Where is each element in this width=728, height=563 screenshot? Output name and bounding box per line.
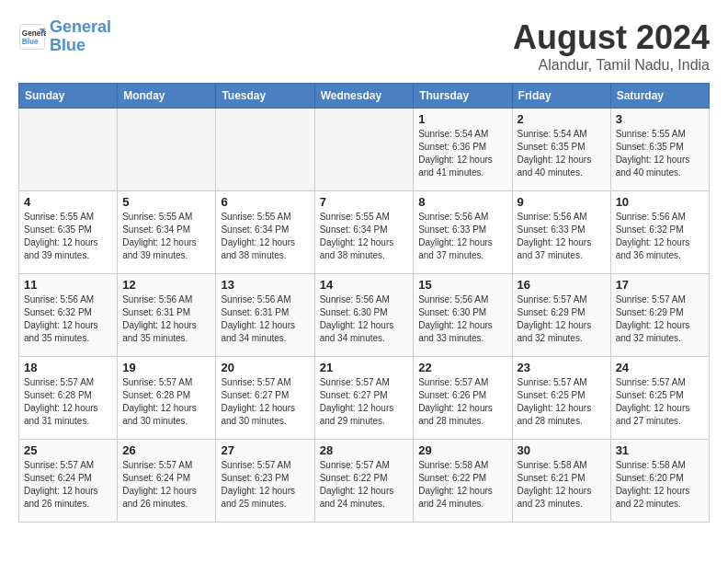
logo: General Blue General Blue [18,18,111,55]
calendar-cell: 13Sunrise: 5:56 AM Sunset: 6:31 PM Dayli… [216,274,314,357]
day-info: Sunrise: 5:57 AM Sunset: 6:24 PM Dayligh… [24,459,112,511]
day-number: 16 [518,278,606,292]
calendar-cell: 11Sunrise: 5:56 AM Sunset: 6:32 PM Dayli… [19,274,118,357]
weekday-header-tuesday: Tuesday [216,84,314,109]
day-number: 11 [24,278,112,292]
calendar-cell: 24Sunrise: 5:57 AM Sunset: 6:25 PM Dayli… [610,357,709,440]
svg-text:Blue: Blue [22,37,39,45]
weekday-header-wednesday: Wednesday [314,84,414,109]
calendar-cell: 25Sunrise: 5:57 AM Sunset: 6:24 PM Dayli… [19,440,118,523]
day-number: 8 [418,195,506,209]
day-number: 26 [122,443,210,457]
calendar-cell: 10Sunrise: 5:56 AM Sunset: 6:32 PM Dayli… [610,191,709,274]
logo-general: General [50,17,111,36]
day-info: Sunrise: 5:57 AM Sunset: 6:25 PM Dayligh… [518,376,606,428]
calendar-week-5: 25Sunrise: 5:57 AM Sunset: 6:24 PM Dayli… [19,440,710,523]
calendar-cell: 30Sunrise: 5:58 AM Sunset: 6:21 PM Dayli… [512,440,610,523]
day-number: 12 [122,278,210,292]
calendar-cell: 19Sunrise: 5:57 AM Sunset: 6:28 PM Dayli… [118,357,216,440]
day-number: 1 [418,112,506,126]
day-number: 27 [221,443,309,457]
day-info: Sunrise: 5:57 AM Sunset: 6:23 PM Dayligh… [221,459,309,511]
weekday-header-sunday: Sunday [19,84,118,109]
weekday-header-thursday: Thursday [414,84,512,109]
day-number: 2 [518,112,606,126]
day-info: Sunrise: 5:56 AM Sunset: 6:30 PM Dayligh… [418,293,506,345]
calendar-header-row: SundayMondayTuesdayWednesdayThursdayFrid… [19,84,710,109]
day-info: Sunrise: 5:57 AM Sunset: 6:28 PM Dayligh… [122,376,210,428]
day-info: Sunrise: 5:58 AM Sunset: 6:22 PM Dayligh… [418,459,506,511]
day-number: 23 [518,361,606,374]
day-info: Sunrise: 5:55 AM Sunset: 6:34 PM Dayligh… [221,211,309,262]
day-number: 9 [518,195,606,209]
month-year: August 2024 [513,18,710,57]
calendar-cell: 18Sunrise: 5:57 AM Sunset: 6:28 PM Dayli… [19,357,118,440]
day-number: 31 [616,443,704,457]
day-info: Sunrise: 5:55 AM Sunset: 6:34 PM Dayligh… [320,211,409,262]
calendar-cell: 15Sunrise: 5:56 AM Sunset: 6:30 PM Dayli… [414,274,512,357]
calendar-cell: 4Sunrise: 5:55 AM Sunset: 6:35 PM Daylig… [19,191,118,274]
calendar-cell: 8Sunrise: 5:56 AM Sunset: 6:33 PM Daylig… [414,191,512,274]
calendar-cell: 9Sunrise: 5:56 AM Sunset: 6:33 PM Daylig… [512,191,610,274]
location: Alandur, Tamil Nadu, India [513,57,710,74]
calendar-week-3: 11Sunrise: 5:56 AM Sunset: 6:32 PM Dayli… [19,274,710,357]
day-number: 13 [221,278,309,292]
logo-blue: Blue [50,36,85,54]
weekday-header-saturday: Saturday [610,84,709,109]
calendar-week-1: 1Sunrise: 5:54 AM Sunset: 6:36 PM Daylig… [19,109,710,191]
day-number: 24 [616,361,704,374]
day-info: Sunrise: 5:55 AM Sunset: 6:35 PM Dayligh… [616,128,704,179]
day-number: 3 [616,112,704,126]
calendar-cell [314,109,414,191]
day-info: Sunrise: 5:57 AM Sunset: 6:25 PM Dayligh… [616,376,704,428]
calendar-table: SundayMondayTuesdayWednesdayThursdayFrid… [18,83,710,523]
weekday-header-monday: Monday [118,84,216,109]
day-number: 15 [418,278,506,292]
day-number: 22 [418,361,506,374]
calendar-cell: 12Sunrise: 5:56 AM Sunset: 6:31 PM Dayli… [118,274,216,357]
calendar-cell: 23Sunrise: 5:57 AM Sunset: 6:25 PM Dayli… [512,357,610,440]
day-number: 21 [320,361,409,374]
calendar-cell: 31Sunrise: 5:58 AM Sunset: 6:20 PM Dayli… [610,440,709,523]
day-number: 28 [320,443,409,457]
calendar-cell: 3Sunrise: 5:55 AM Sunset: 6:35 PM Daylig… [610,109,709,191]
calendar-cell: 26Sunrise: 5:57 AM Sunset: 6:24 PM Dayli… [118,440,216,523]
calendar-week-4: 18Sunrise: 5:57 AM Sunset: 6:28 PM Dayli… [19,357,710,440]
day-info: Sunrise: 5:57 AM Sunset: 6:26 PM Dayligh… [418,376,506,428]
calendar-cell: 22Sunrise: 5:57 AM Sunset: 6:26 PM Dayli… [414,357,512,440]
day-number: 30 [518,443,606,457]
calendar-cell: 5Sunrise: 5:55 AM Sunset: 6:34 PM Daylig… [118,191,216,274]
calendar-cell: 21Sunrise: 5:57 AM Sunset: 6:27 PM Dayli… [314,357,414,440]
day-info: Sunrise: 5:58 AM Sunset: 6:20 PM Dayligh… [616,459,704,511]
day-info: Sunrise: 5:57 AM Sunset: 6:27 PM Dayligh… [221,376,309,428]
day-info: Sunrise: 5:56 AM Sunset: 6:31 PM Dayligh… [221,293,309,345]
calendar-cell: 14Sunrise: 5:56 AM Sunset: 6:30 PM Dayli… [314,274,414,357]
day-number: 20 [221,361,309,374]
calendar-week-2: 4Sunrise: 5:55 AM Sunset: 6:35 PM Daylig… [19,191,710,274]
calendar-cell: 20Sunrise: 5:57 AM Sunset: 6:27 PM Dayli… [216,357,314,440]
calendar-cell: 28Sunrise: 5:57 AM Sunset: 6:22 PM Dayli… [314,440,414,523]
day-info: Sunrise: 5:54 AM Sunset: 6:35 PM Dayligh… [518,128,606,179]
day-number: 29 [418,443,506,457]
day-number: 7 [320,195,409,209]
day-info: Sunrise: 5:57 AM Sunset: 6:22 PM Dayligh… [320,459,409,511]
calendar-cell: 17Sunrise: 5:57 AM Sunset: 6:29 PM Dayli… [610,274,709,357]
day-number: 6 [221,195,309,209]
calendar-cell [118,109,216,191]
day-info: Sunrise: 5:56 AM Sunset: 6:33 PM Dayligh… [518,211,606,262]
calendar-cell: 6Sunrise: 5:55 AM Sunset: 6:34 PM Daylig… [216,191,314,274]
day-info: Sunrise: 5:56 AM Sunset: 6:32 PM Dayligh… [24,293,112,345]
calendar-cell: 1Sunrise: 5:54 AM Sunset: 6:36 PM Daylig… [414,109,512,191]
title-block: August 2024 Alandur, Tamil Nadu, India [513,18,710,74]
day-number: 5 [122,195,210,209]
day-info: Sunrise: 5:57 AM Sunset: 6:29 PM Dayligh… [616,293,704,345]
day-info: Sunrise: 5:57 AM Sunset: 6:28 PM Dayligh… [24,376,112,428]
day-info: Sunrise: 5:55 AM Sunset: 6:34 PM Dayligh… [122,211,210,262]
day-number: 18 [24,361,112,374]
day-info: Sunrise: 5:58 AM Sunset: 6:21 PM Dayligh… [518,459,606,511]
day-info: Sunrise: 5:56 AM Sunset: 6:33 PM Dayligh… [418,211,506,262]
day-info: Sunrise: 5:56 AM Sunset: 6:31 PM Dayligh… [122,293,210,345]
day-number: 17 [616,278,704,292]
calendar-cell [216,109,314,191]
day-info: Sunrise: 5:54 AM Sunset: 6:36 PM Dayligh… [418,128,506,179]
